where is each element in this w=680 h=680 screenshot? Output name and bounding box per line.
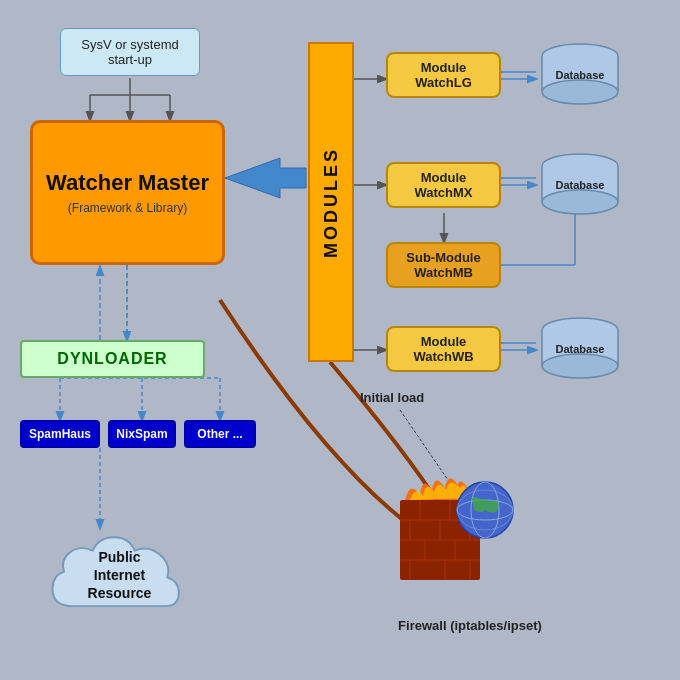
module-watchmx: Module WatchMX	[386, 162, 501, 208]
sysv-label: SysV or systemd start-up	[81, 37, 179, 67]
module-watchwb: Module WatchWB	[386, 326, 501, 372]
spamhaus-label: SpamHaus	[29, 427, 91, 441]
dynloader-box: DYNLOADER	[20, 340, 205, 378]
module-watchwb-line1: Module	[398, 334, 489, 349]
firewall-graphic	[390, 470, 530, 610]
modules-label: MODULES	[321, 147, 342, 258]
cloud-label-line1: Public	[98, 549, 140, 565]
dynloader-label: DYNLOADER	[57, 350, 167, 368]
svg-marker-4	[225, 158, 306, 198]
spamhaus-box: SpamHaus	[20, 420, 100, 448]
watcher-master-title: Watcher Master	[46, 170, 209, 196]
svg-text:Database: Database	[556, 69, 605, 81]
module-watchmx-line2: WatchMX	[398, 185, 489, 200]
module-watchwb-line2: WatchWB	[398, 349, 489, 364]
submodule-watchmb: Sub-Module WatchMB	[386, 242, 501, 288]
cloud-text: Public Internet Resource	[42, 548, 197, 603]
firewall-label-text: Firewall (iptables/ipset)	[398, 618, 542, 633]
initial-load-label: Initial load	[360, 390, 424, 405]
initial-load-text: Initial load	[360, 390, 424, 405]
svg-text:Database: Database	[556, 343, 605, 355]
other-label: Other ...	[197, 427, 242, 441]
svg-point-42	[542, 354, 618, 378]
database-1: Database	[536, 42, 626, 110]
nixspam-box: NixSpam	[108, 420, 176, 448]
svg-point-36	[542, 190, 618, 214]
module-watchmx-line1: Module	[398, 170, 489, 185]
submodule-watchmb-line1: Sub-Module	[398, 250, 489, 265]
diagram: SysV or systemd start-up Watcher Master …	[0, 0, 680, 680]
other-box: Other ...	[184, 420, 256, 448]
module-watchlg-line1: Module	[398, 60, 489, 75]
database-3: Database	[536, 316, 626, 384]
module-watchlg-line2: WatchLG	[398, 75, 489, 90]
watcher-master-subtitle: (Framework & Library)	[68, 201, 187, 215]
svg-point-30	[542, 80, 618, 104]
database-2: Database	[536, 152, 626, 220]
watcher-master-box: Watcher Master (Framework & Library)	[30, 120, 225, 265]
nixspam-label: NixSpam	[116, 427, 167, 441]
modules-bar: MODULES	[308, 42, 354, 362]
cloud-label-line2: Internet	[94, 567, 145, 583]
module-watchlg: Module WatchLG	[386, 52, 501, 98]
submodule-watchmb-line2: WatchMB	[398, 265, 489, 280]
svg-text:Database: Database	[556, 179, 605, 191]
sysv-box: SysV or systemd start-up	[60, 28, 200, 76]
cloud-label-line3: Resource	[88, 585, 152, 601]
firewall-label: Firewall (iptables/ipset)	[370, 618, 570, 633]
